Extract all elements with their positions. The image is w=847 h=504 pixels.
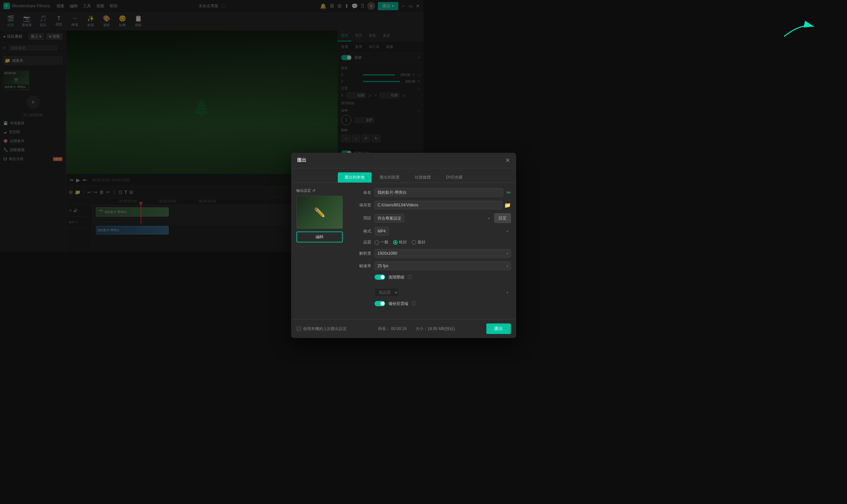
quality-normal-radio	[374, 240, 379, 245]
quality-options: 一般 較好 最好	[374, 239, 423, 245]
dialog-body: 輸出設定 ↺ ✏️ 編輯 命名 ✏ 保存至	[291, 183, 423, 252]
form-path-row: 保存至 📁	[355, 201, 423, 209]
dialog-overlay: 匯出 ✕ 匯出到本地 匯出到裝置 社群媒體 DVD光碟 輸出設定 ↺ ✏️ 編輯	[0, 0, 423, 252]
form-preset-row: 預設 符合專案設定 ▾ 設定	[355, 213, 423, 223]
thumb-pencil-icon: ✏️	[314, 207, 325, 218]
dialog-form: 命名 ✏ 保存至 📁 預設	[355, 188, 423, 252]
form-format-row: 格式 MP4 ▾	[355, 227, 423, 235]
resolution-select-wrap: 1920x1080 ▾	[374, 249, 423, 252]
quality-best-radio	[411, 240, 416, 245]
quality-better[interactable]: 較好	[393, 239, 407, 245]
dtab-device[interactable]: 匯出到裝置	[373, 172, 407, 183]
form-quality-label: 品質	[355, 239, 371, 245]
quality-best-label: 最好	[418, 239, 423, 245]
format-select-wrap: MP4 ▾	[374, 227, 423, 235]
name-input[interactable]	[374, 188, 423, 197]
dtab-local[interactable]: 匯出到本地	[338, 172, 372, 183]
form-resolution-label: 解析度	[355, 251, 371, 252]
form-name-row: 命名 ✏	[355, 188, 423, 197]
preset-select[interactable]: 符合專案設定	[374, 214, 404, 222]
preset-row: 符合專案設定 ▾ 設定	[374, 213, 423, 223]
format-select[interactable]: MP4	[374, 227, 389, 235]
resolution-select[interactable]: 1920x1080	[374, 249, 423, 252]
path-input[interactable]	[374, 201, 423, 209]
dtab-social[interactable]: 社群媒體	[408, 172, 423, 183]
output-settings-refresh-icon[interactable]: ↺	[312, 188, 315, 193]
export-dialog: 匯出 ✕ 匯出到本地 匯出到裝置 社群媒體 DVD光碟 輸出設定 ↺ ✏️ 編輯	[291, 153, 423, 252]
form-preset-label: 預設	[355, 215, 371, 221]
export-preview-thumb: ✏️	[297, 196, 343, 229]
form-name-label: 命名	[355, 190, 371, 195]
quality-best[interactable]: 最好	[411, 239, 423, 245]
quality-better-radio	[393, 240, 398, 245]
dialog-header: 匯出 ✕	[291, 153, 423, 168]
form-path-label: 保存至	[355, 202, 371, 208]
edit-preview-button[interactable]: 編輯	[297, 232, 343, 242]
quality-normal-label: 一般	[381, 239, 388, 245]
form-quality-row: 品質 一般 較好	[355, 239, 423, 245]
quality-better-dot	[394, 241, 396, 244]
dialog-title: 匯出	[297, 158, 306, 163]
form-format-label: 格式	[355, 229, 371, 234]
form-resolution-row: 解析度 1920x1080 ▾	[355, 249, 423, 252]
output-settings-text: 輸出設定	[297, 188, 311, 193]
dialog-preview-area: 輸出設定 ↺ ✏️ 編輯	[297, 188, 349, 252]
dialog-tabs: 匯出到本地 匯出到裝置 社群媒體 DVD光碟	[291, 168, 423, 183]
quality-better-label: 較好	[399, 239, 407, 245]
path-row: 📁	[374, 201, 423, 209]
output-settings-label: 輸出設定 ↺	[297, 188, 349, 193]
quality-normal[interactable]: 一般	[374, 239, 388, 245]
preset-select-wrap: 符合專案設定 ▾	[374, 214, 423, 222]
